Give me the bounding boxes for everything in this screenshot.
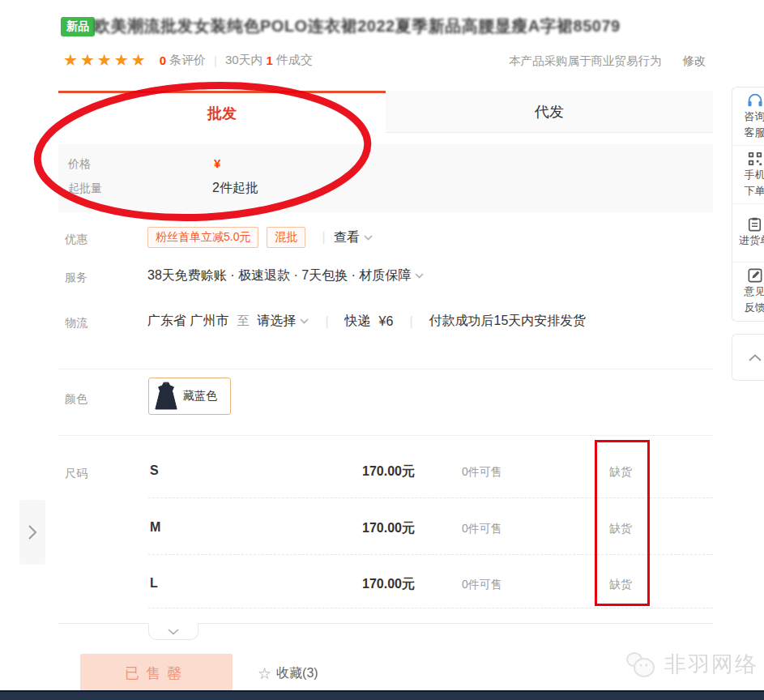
product-detail-page: 新品 欧美潮流批发女装纯色POLO连衣裙2022夏季新品高腰显瘦A字裙85079… (0, 0, 764, 700)
qrcode-icon (748, 152, 762, 166)
row-divider (148, 554, 713, 555)
sidebar-item-feedback[interactable]: 意见 反馈 (732, 262, 764, 321)
chevron-down-icon (168, 629, 179, 635)
dress-thumbnail (154, 381, 178, 412)
color-option-navy[interactable]: 藏蓝色 (148, 378, 231, 415)
row-divider (148, 497, 713, 498)
sku-status: 缺货 (609, 578, 632, 592)
logistics-origin: 广东省 广州市 (147, 313, 228, 330)
chevron-right-icon (28, 524, 37, 540)
reviews-count: 0 (160, 53, 166, 67)
modify-link[interactable]: 修改 (683, 53, 706, 69)
divider: | (322, 230, 325, 245)
sales-suffix: 件成交 (276, 53, 313, 68)
divider: | (409, 314, 412, 329)
section-divider (58, 435, 713, 436)
sales-count: 1 (267, 53, 273, 67)
chevron-down-icon[interactable] (415, 273, 424, 279)
ship-note: 付款成功后15天内安排发货 (429, 313, 587, 330)
price-label: 价格 (68, 157, 91, 172)
watermark-logo-icon (622, 648, 658, 681)
expand-more-button[interactable] (148, 623, 198, 640)
sku-price: 170.00元 (340, 463, 415, 480)
sku-price: 170.00元 (340, 520, 415, 537)
reviews-label[interactable]: 条评价 (169, 53, 206, 68)
sold-out-button[interactable]: 已售罄 (80, 654, 233, 693)
chevron-up-icon (749, 354, 762, 361)
service-text: 38天免费赊账 · 极速退款 · 7天包换 · 材质保障 (147, 267, 411, 284)
sidebar-collapse-button[interactable] (732, 334, 764, 381)
fans-discount-tag: 粉丝首单立减5.0元 (147, 227, 258, 248)
sku-stock: 0件可售 (462, 522, 502, 536)
promo-view-link[interactable]: 查看 (334, 229, 360, 246)
logistics-row: 广东省 广州市 至 请选择 | 快递 ¥6 | 付款成功后15天内安排发货 (147, 313, 586, 330)
sidebar-item-purchase-list[interactable]: 进货单 (732, 204, 764, 262)
promo-row: 粉丝首单立减5.0元 混批 | 查看 (147, 227, 373, 248)
sku-size: M (150, 520, 160, 535)
moq-label: 起批量 (68, 181, 102, 196)
side-panel-handle[interactable] (19, 500, 45, 565)
trade-note: 本产品采购属于商业贸易行为 (509, 53, 662, 69)
divider: | (214, 53, 217, 67)
mode-tabbar: 批发 代发 (58, 91, 713, 133)
sku-status: 缺货 (609, 522, 632, 536)
favorite-button[interactable]: ☆ 收藏(3) (258, 664, 318, 683)
mix-batch-tag: 混批 (267, 227, 305, 248)
color-option-label: 藏蓝色 (183, 389, 217, 403)
sidebar-item-customer-service[interactable]: 咨询 客服 (732, 88, 764, 146)
favorite-label: 收藏(3) (276, 665, 318, 682)
row-divider (148, 608, 713, 608)
bottom-bar (0, 692, 764, 700)
sku-stock: 0件可售 (462, 465, 502, 480)
new-product-badge: 新品 (61, 17, 95, 36)
destination-select[interactable]: 请选择 (257, 313, 309, 330)
chevron-down-icon[interactable] (364, 235, 373, 241)
sidebar-item-mobile-order[interactable]: 手机 下单 (732, 146, 764, 204)
service-label: 服务 (65, 271, 87, 285)
chevron-down-icon (300, 318, 309, 324)
utility-sidebar: 咨询 客服 手机 下单 进货单 (732, 87, 764, 322)
trade-note-row: 本产品采购属于商业贸易行为 修改 (509, 53, 706, 69)
feedback-icon (748, 268, 762, 283)
logistics-label: 物流 (65, 316, 87, 331)
size-label: 尺码 (65, 467, 87, 481)
section-divider (58, 369, 713, 369)
favorite-star-icon: ☆ (258, 664, 271, 683)
watermark: 非羽网络 (622, 648, 758, 681)
service-row[interactable]: 38天免费赊账 · 极速退款 · 7天包换 · 材质保障 (147, 267, 424, 284)
clipboard-icon (748, 217, 762, 232)
color-label: 颜色 (65, 392, 87, 407)
rating-row: ★★★★★ 0 条评价 | 30天内 1 件成交 (63, 50, 313, 70)
express-label: 快递 (345, 313, 371, 330)
sku-size: S (150, 463, 159, 478)
express-fee: ¥6 (379, 314, 394, 329)
sales-prefix: 30天内 (225, 53, 263, 68)
tab-wholesale[interactable]: 批发 (58, 91, 386, 133)
price-currency: ¥ (214, 156, 220, 170)
sku-size: L (150, 576, 158, 591)
product-title: 欧美潮流批发女装纯色POLO连衣裙2022夏季新品高腰显瘦A字裙85079 (94, 15, 621, 37)
sku-stock: 0件可售 (462, 578, 502, 592)
moq-value: 2件起批 (212, 180, 258, 197)
tab-dropship[interactable]: 代发 (386, 91, 713, 133)
headset-icon (747, 93, 763, 108)
logistics-to: 至 (237, 314, 249, 329)
star-rating-icons: ★★★★★ (63, 50, 148, 70)
sku-status: 缺货 (609, 465, 632, 480)
divider: | (325, 314, 328, 329)
watermark-brand: 非羽网络 (664, 650, 758, 679)
promo-label: 优惠 (65, 233, 87, 247)
sku-price: 170.00元 (340, 576, 415, 593)
price-panel: 价格 ¥ 起批量 2件起批 (58, 144, 713, 212)
